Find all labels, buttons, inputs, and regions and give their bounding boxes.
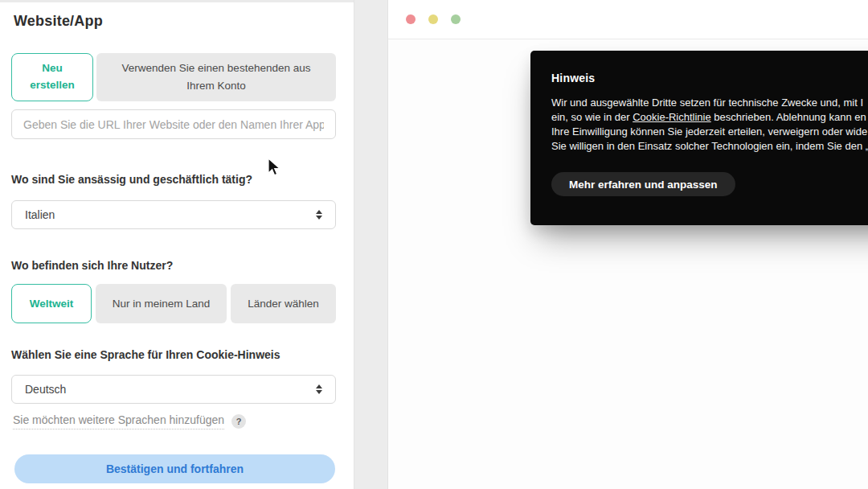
option-worldwide[interactable]: Weltweit <box>11 284 92 323</box>
notice-text: ein, so wie in der <box>551 111 633 123</box>
source-tabs: Neu erstellen Verwenden Sie einen besteh… <box>11 53 336 101</box>
option-choose-countries[interactable]: Länder wählen <box>231 284 336 323</box>
notice-text: Wir und ausgewählte Dritte setzen für te… <box>551 97 863 109</box>
tab-create-new-label: Neu erstellen <box>23 60 81 94</box>
option-my-country-only-label: Nur in meinem Land <box>113 298 211 310</box>
tab-use-existing-label: Verwenden Sie einen bestehenden aus Ihre… <box>121 60 312 96</box>
location-question-label: Wo sind Sie ansässig und geschäftlich tä… <box>11 173 336 186</box>
notice-line: Wir und ausgewählte Dritte setzen für te… <box>551 96 868 110</box>
notice-line: Sie willigen in den Einsatz solcher Tech… <box>551 139 868 154</box>
page-title: Website/App <box>14 13 336 30</box>
tab-use-existing[interactable]: Verwenden Sie einen bestehenden aus Ihre… <box>96 53 336 101</box>
users-scope-options: Weltweit Nur in meinem Land Länder wähle… <box>11 284 336 323</box>
tab-create-new[interactable]: Neu erstellen <box>11 53 93 101</box>
help-icon[interactable]: ? <box>231 414 246 429</box>
notice-text: beschrieben. Ablehnung kann en <box>711 111 866 123</box>
learn-more-button[interactable]: Mehr erfahren und anpassen <box>551 172 735 196</box>
language-select-value: Deutsch <box>25 383 66 396</box>
cookie-notice-body: Wir und ausgewählte Dritte setzen für te… <box>551 96 868 154</box>
website-url-input[interactable] <box>11 109 336 139</box>
select-updown-icon <box>316 384 322 394</box>
cookie-notice-title: Hinweis <box>551 72 868 84</box>
country-select[interactable]: Italien <box>11 200 336 229</box>
close-window-icon[interactable] <box>406 14 416 24</box>
notice-text: Sie willigen in den Einsatz solcher Tech… <box>551 140 868 152</box>
confirm-button[interactable]: Bestätigen und fortfahren <box>14 454 335 483</box>
add-languages-row: Sie möchten weitere Sprachen hinzufügen … <box>13 413 336 429</box>
notice-line: Ihre Einwilligung können Sie jederzeit e… <box>551 125 868 139</box>
language-question-label: Wählen Sie eine Sprache für Ihren Cookie… <box>11 348 336 361</box>
option-my-country-only[interactable]: Nur in meinem Land <box>96 284 227 323</box>
option-choose-countries-label: Länder wählen <box>248 298 319 310</box>
notice-text: Ihre Einwilligung können Sie jederzeit e… <box>551 125 867 138</box>
zoom-window-icon[interactable] <box>451 14 461 24</box>
minimize-window-icon[interactable] <box>428 14 438 24</box>
language-select[interactable]: Deutsch <box>11 375 336 404</box>
cookie-notice-banner: Hinweis Wir und ausgewählte Dritte setze… <box>530 51 868 225</box>
cookie-policy-link[interactable]: Cookie-Richtlinie <box>633 111 711 123</box>
panel-divider <box>354 0 388 489</box>
browser-title-bar <box>388 0 868 39</box>
learn-more-button-label: Mehr erfahren und anpassen <box>569 179 718 191</box>
option-worldwide-label: Weltweit <box>30 298 74 310</box>
users-question-label: Wo befinden sich Ihre Nutzer? <box>11 259 336 272</box>
config-panel: Website/App Neu erstellen Verwenden Sie … <box>0 0 354 489</box>
select-updown-icon <box>316 210 322 220</box>
country-select-value: Italien <box>25 208 55 221</box>
confirm-button-label: Bestätigen und fortfahren <box>106 462 244 475</box>
notice-line: ein, so wie in der Cookie-Richtlinie bes… <box>551 110 868 125</box>
add-languages-link[interactable]: Sie möchten weitere Sprachen hinzufügen <box>13 413 224 429</box>
